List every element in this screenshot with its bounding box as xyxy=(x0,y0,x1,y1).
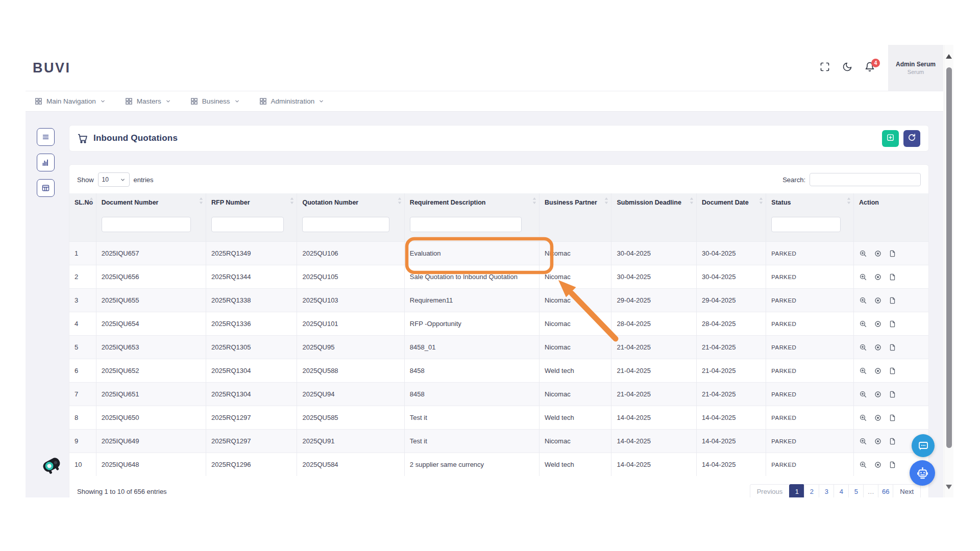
nav-item-administration[interactable]: Administration xyxy=(259,97,325,105)
notifications-button[interactable]: 4 xyxy=(859,57,881,79)
page-button-4[interactable]: 4 xyxy=(834,484,849,497)
copy-button[interactable] xyxy=(889,414,896,422)
refresh-button[interactable] xyxy=(903,130,920,147)
column-header-document-date[interactable]: Document Date xyxy=(697,193,766,212)
column-header-rfp-number[interactable]: RFP Number xyxy=(206,193,297,212)
zoom-in-button[interactable] xyxy=(859,343,867,352)
column-header-quotation-number[interactable]: Quotation Number xyxy=(297,193,404,212)
cell-submission-deadline: 21-04-2025 xyxy=(611,336,697,359)
details-button[interactable] xyxy=(874,414,882,422)
cell-action xyxy=(854,289,928,312)
scrollbar-down-arrow-icon[interactable] xyxy=(946,485,952,489)
pagination-next[interactable]: Next xyxy=(893,484,921,497)
chat-fab[interactable] xyxy=(912,434,935,457)
details-button[interactable] xyxy=(874,343,882,352)
column-header-document-number[interactable]: Document Number xyxy=(96,193,206,212)
zoom-in-button[interactable] xyxy=(859,320,867,328)
copy-button[interactable] xyxy=(889,343,896,352)
zoom-in-button[interactable] xyxy=(859,273,867,281)
zoom-in-button[interactable] xyxy=(859,461,867,469)
filter-cell-submission-deadline xyxy=(611,212,697,242)
row-actions xyxy=(859,320,923,328)
cell-quotation-number: 2025QU106 xyxy=(297,242,404,265)
page-button-66[interactable]: 66 xyxy=(878,484,893,497)
grid-icon xyxy=(35,97,42,105)
zoom-in-button[interactable] xyxy=(859,390,867,398)
zoom-in-button[interactable] xyxy=(859,367,867,375)
row-actions xyxy=(859,390,923,398)
page-button-2[interactable]: 2 xyxy=(804,484,819,497)
table-filter-row xyxy=(69,212,928,242)
scrollbar-up-arrow-icon[interactable] xyxy=(946,54,952,59)
sort-icon xyxy=(532,197,536,206)
column-header-status[interactable]: Status xyxy=(766,193,854,212)
details-button[interactable] xyxy=(874,437,882,445)
page-size-select[interactable]: 10 xyxy=(98,172,130,187)
sidebar-button-table-icon[interactable] xyxy=(37,179,55,197)
page-button-3[interactable]: 3 xyxy=(819,484,834,497)
cell-sl-no: 3 xyxy=(69,289,96,312)
zoom-in-icon xyxy=(859,367,867,375)
details-button[interactable] xyxy=(874,296,882,305)
cell-rfp-number: 2025RQ1297 xyxy=(206,406,297,430)
nav-item-masters[interactable]: Masters xyxy=(125,97,171,105)
details-button[interactable] xyxy=(874,273,882,281)
dark-mode-button[interactable] xyxy=(836,57,859,79)
fullscreen-button[interactable] xyxy=(814,57,836,79)
cell-sl-no: 9 xyxy=(69,430,96,453)
copy-button[interactable] xyxy=(889,367,896,375)
copy-button[interactable] xyxy=(889,320,896,328)
sidebar-button-bar-chart-icon[interactable] xyxy=(37,154,55,171)
details-button[interactable] xyxy=(874,249,882,258)
zoom-in-icon xyxy=(859,343,867,352)
details-button[interactable] xyxy=(874,367,882,375)
add-button[interactable] xyxy=(882,130,899,147)
cell-rfp-number: 2025RQ1304 xyxy=(206,359,297,383)
cell-business-partner: Nicomac xyxy=(540,430,611,453)
column-header-requirement-description[interactable]: Requirement Description xyxy=(404,193,539,212)
column-header-submission-deadline[interactable]: Submission Deadline xyxy=(611,193,697,212)
filter-input-document-number[interactable] xyxy=(102,217,191,232)
fullscreen-icon xyxy=(820,62,830,74)
filter-input-status[interactable] xyxy=(771,217,841,232)
column-header-sl-no[interactable]: SL.No xyxy=(69,193,96,212)
page-button-5[interactable]: 5 xyxy=(848,484,864,497)
copy-button[interactable] xyxy=(889,273,896,281)
copy-button[interactable] xyxy=(889,249,896,258)
column-header-business-partner[interactable]: Business Partner xyxy=(540,193,611,212)
copy-button[interactable] xyxy=(889,437,896,445)
details-button[interactable] xyxy=(874,461,882,469)
nav-item-main-navigation[interactable]: Main Navigation xyxy=(35,97,106,105)
zoom-in-button[interactable] xyxy=(859,414,867,422)
sidebar-button-menu-icon[interactable] xyxy=(37,128,55,146)
details-button[interactable] xyxy=(874,320,882,328)
details-button[interactable] xyxy=(874,390,882,398)
copy-button[interactable] xyxy=(889,390,896,398)
copy-button[interactable] xyxy=(889,461,896,469)
zoom-in-icon xyxy=(859,414,867,422)
length-menu: Show 10 entries xyxy=(77,172,154,187)
table-card: Show 10 entries Search: xyxy=(69,164,929,497)
filter-input-rfp-number[interactable] xyxy=(211,217,284,232)
filter-input-requirement-description[interactable] xyxy=(410,217,522,232)
filter-input-quotation-number[interactable] xyxy=(302,217,389,232)
nav-item-label: Administration xyxy=(271,97,315,105)
copy-button[interactable] xyxy=(889,296,896,305)
chatbot-fab[interactable] xyxy=(910,460,935,486)
user-name: Admin Serum xyxy=(896,61,936,68)
page-button-1[interactable]: 1 xyxy=(789,484,804,497)
zoom-in-button[interactable] xyxy=(859,437,867,445)
search-input[interactable] xyxy=(810,173,921,186)
row-actions xyxy=(859,273,923,281)
scrollbar[interactable] xyxy=(944,45,953,497)
chevron-down-icon xyxy=(318,98,324,104)
sort-icon xyxy=(604,197,608,206)
pagination-previous[interactable]: Previous xyxy=(750,484,790,497)
cell-requirement-description: 8458 xyxy=(404,383,539,406)
cell-document-number: 2025IQU648 xyxy=(96,453,206,477)
scrollbar-thumb[interactable] xyxy=(946,67,952,448)
user-menu[interactable]: Admin Serum Serum xyxy=(888,45,943,91)
nav-item-business[interactable]: Business xyxy=(190,97,240,105)
zoom-in-button[interactable] xyxy=(859,296,867,305)
zoom-in-button[interactable] xyxy=(859,249,867,258)
